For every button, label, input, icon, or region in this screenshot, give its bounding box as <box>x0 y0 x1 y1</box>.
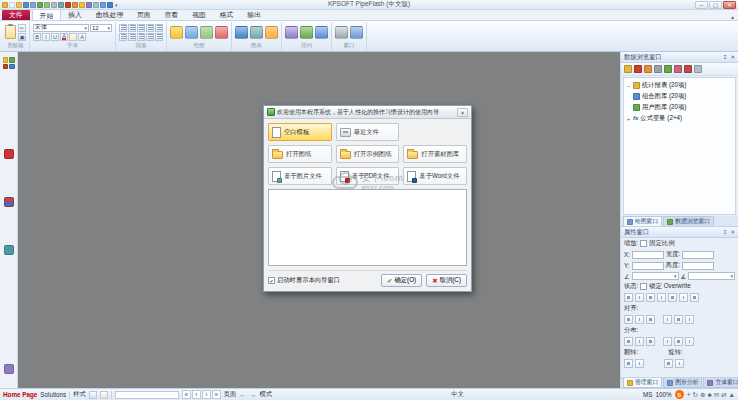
align-bottom-icon[interactable] <box>679 293 688 302</box>
distribute-icon[interactable] <box>646 337 655 346</box>
status-search-input[interactable] <box>115 391 179 399</box>
borders-button[interactable] <box>155 33 163 41</box>
grow-font-button[interactable]: A <box>78 33 86 41</box>
from-word-button[interactable]: 基于Word文件 <box>403 167 467 185</box>
new-window-button[interactable] <box>335 26 348 39</box>
tab-curve[interactable]: 曲线处理 <box>89 9 130 20</box>
save-all-icon[interactable] <box>30 2 36 8</box>
distribute-h-icon[interactable] <box>624 337 633 346</box>
rotate-right-icon[interactable] <box>675 359 684 368</box>
align-middle-icon[interactable] <box>668 293 677 302</box>
marker-tool-icon[interactable] <box>4 197 14 207</box>
from-pdf-button[interactable]: 基于PDF文件 <box>336 167 400 185</box>
font-size-select[interactable]: 12▾ <box>90 24 112 32</box>
font-family-select[interactable]: 宋体▾ <box>33 24 89 32</box>
rotate-left-icon[interactable] <box>664 359 673 368</box>
tab-home[interactable]: 开始 <box>32 9 62 20</box>
tree-item-reports[interactable]: − 统计报表 (20项) <box>625 80 734 91</box>
style-icon[interactable] <box>89 391 97 399</box>
print-icon[interactable] <box>51 2 57 8</box>
cut-button[interactable]: ✂ <box>18 24 26 32</box>
help-icon[interactable] <box>107 2 113 8</box>
align-right-button[interactable] <box>137 24 145 32</box>
recent-list-box[interactable]: 安下.com anxz.com <box>268 189 467 266</box>
tray-icon[interactable]: ▲ <box>729 391 735 398</box>
line-tool-button[interactable] <box>185 26 198 39</box>
tab-view[interactable]: 视图 <box>185 9 213 20</box>
align-icon[interactable] <box>624 315 633 324</box>
open-drawing-button[interactable]: 打开图纸 <box>268 145 332 163</box>
tab-3d-window[interactable]: 立体窗口 <box>703 378 738 388</box>
align-left-button[interactable] <box>119 24 127 32</box>
zoom-out-icon[interactable] <box>93 2 99 8</box>
angle-select[interactable]: ▾ <box>632 272 679 280</box>
tab-file[interactable]: 文件 <box>2 9 30 20</box>
back-arrow-icon[interactable]: ← <box>239 391 246 398</box>
arc-select[interactable]: ▾ <box>688 272 735 280</box>
pie-chart-button[interactable] <box>250 26 263 39</box>
pencil-tool-button[interactable] <box>170 26 183 39</box>
new-file-icon[interactable] <box>2 2 8 8</box>
dialog-titlebar[interactable]: 欢迎使用本程序系统，基于人性化的操作习惯设计的使用向导 ✕ <box>264 106 471 119</box>
tab-manage-window[interactable]: 管理窗口 <box>623 378 662 388</box>
from-image-button[interactable]: 基于图片文件 <box>268 167 332 185</box>
bring-front-button[interactable] <box>285 26 298 39</box>
cancel-button[interactable]: ✖取消(C) <box>426 274 467 287</box>
switch-window-button[interactable] <box>350 26 363 39</box>
collapse-ribbon-icon[interactable]: ▴ <box>731 13 734 20</box>
cut-icon[interactable] <box>65 2 71 8</box>
tray-icon[interactable]: ♣ <box>707 391 711 398</box>
align-left-icon[interactable] <box>624 293 633 302</box>
tray-icon[interactable]: ⊕ <box>700 391 705 399</box>
last-page-button[interactable]: » <box>212 390 221 399</box>
prev-page-button[interactable]: ‹ <box>192 390 201 399</box>
show-wizard-checkbox[interactable]: ✔ 启动时显示本向导窗口 <box>268 276 340 285</box>
group-objects-button[interactable] <box>315 26 328 39</box>
outdent-button[interactable] <box>128 33 136 41</box>
sogou-ime-icon[interactable]: S <box>675 390 684 399</box>
y-input[interactable] <box>632 262 664 270</box>
flip-v-icon[interactable] <box>635 359 644 368</box>
tab-output[interactable]: 输出 <box>240 9 268 20</box>
height-input[interactable] <box>682 262 714 270</box>
distribute-v-icon[interactable] <box>635 337 644 346</box>
align-icon[interactable] <box>685 315 694 324</box>
settings-icon[interactable] <box>694 65 702 73</box>
width-input[interactable] <box>682 251 714 259</box>
panel-pin-icon[interactable]: ↧ <box>723 229 728 235</box>
layers-icon[interactable] <box>4 245 14 255</box>
open-sample-button[interactable]: 打开示例图纸 <box>336 145 400 163</box>
align-icon[interactable] <box>646 315 655 324</box>
center-page-icon[interactable] <box>690 293 699 302</box>
bar-chart-button[interactable] <box>235 26 248 39</box>
italic-button[interactable]: I <box>42 33 50 41</box>
copy-button[interactable]: ▣ <box>18 33 26 41</box>
same-size-icon[interactable] <box>685 337 694 346</box>
dialog-close-icon[interactable]: ✕ <box>457 108 468 117</box>
forward-arrow-icon[interactable]: → <box>249 391 256 398</box>
tree-expand-icon[interactable]: + <box>626 116 631 122</box>
edit-item-icon[interactable] <box>674 65 682 73</box>
ok-button[interactable]: ✔确定(O) <box>381 274 422 287</box>
align-center-h-icon[interactable] <box>635 293 644 302</box>
paste-button[interactable] <box>5 25 16 39</box>
tray-icon[interactable]: + <box>687 391 691 398</box>
align-center-button[interactable] <box>128 24 136 32</box>
preview-icon[interactable] <box>58 2 64 8</box>
refresh-icon[interactable] <box>634 65 642 73</box>
align-right-icon[interactable] <box>646 293 655 302</box>
tree-item-formulas[interactable]: + fx 公式变量 (2+4) <box>625 113 734 124</box>
undo-icon[interactable] <box>37 2 43 8</box>
tree-collapse-icon[interactable]: − <box>626 83 631 89</box>
fixed-ratio-checkbox[interactable] <box>640 240 647 247</box>
x-input[interactable] <box>632 251 664 259</box>
tab-review[interactable]: 查看 <box>158 9 186 20</box>
pen-style-icon[interactable] <box>100 391 108 399</box>
indent-button[interactable] <box>119 33 127 41</box>
flip-h-icon[interactable] <box>624 359 633 368</box>
redo-icon[interactable] <box>44 2 50 8</box>
highlight-color-button[interactable] <box>69 33 77 41</box>
zoom-in-icon[interactable] <box>86 2 92 8</box>
grid-icon[interactable] <box>100 2 106 8</box>
palette-icon[interactable] <box>3 57 15 69</box>
